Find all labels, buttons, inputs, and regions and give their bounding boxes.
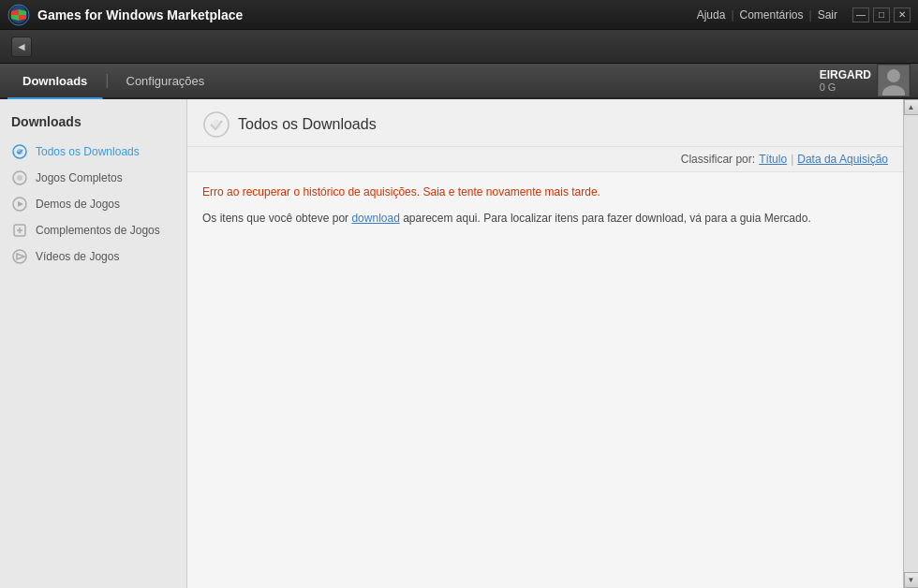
scroll-up-button[interactable]: ▲ <box>904 99 919 115</box>
tab-configuracoes[interactable]: Configurações <box>111 64 221 97</box>
error-message: Erro ao recuperar o histórico de aquisiç… <box>202 185 888 198</box>
user-info: EIRGARD 0 G <box>820 68 871 93</box>
title-bar-left: Games for Windows Marketplace <box>7 4 243 26</box>
title-bar: Games for Windows Marketplace Ajuda | Co… <box>0 0 918 30</box>
svg-point-13 <box>212 120 221 129</box>
back-button[interactable]: ◄ <box>11 37 32 57</box>
info-message: Os itens que você obteve por download ap… <box>202 210 888 227</box>
complementos-icon <box>11 222 28 239</box>
sidebar-item-demos-label: Demos de Jogos <box>36 198 120 211</box>
sair-link[interactable]: Sair <box>814 7 841 23</box>
user-name: EIRGARD <box>820 68 871 81</box>
jogos-completos-icon <box>11 169 28 186</box>
sort-bar: Classificar por: Título | Data da Aquisi… <box>187 147 903 172</box>
comentarios-link[interactable]: Comentários <box>736 7 807 23</box>
sidebar-item-videos[interactable]: Vídeos de Jogos <box>0 243 186 270</box>
content-header-icon <box>202 110 230 139</box>
sort-data-link[interactable]: Data da Aquisição <box>797 153 888 166</box>
scrollbar: ▲ ▼ <box>903 99 918 588</box>
ajuda-link[interactable]: Ajuda <box>693 7 730 23</box>
user-g-score: 0 G <box>820 81 871 93</box>
sidebar-item-todos[interactable]: Todos os Downloads <box>0 139 186 165</box>
content-body: Erro ao recuperar o histórico de aquisiç… <box>187 172 903 588</box>
sidebar-item-complementos-label: Complementos de Jogos <box>36 224 160 237</box>
sort-separator: | <box>791 153 793 166</box>
minimize-button[interactable]: — <box>852 7 869 22</box>
scroll-down-button[interactable]: ▼ <box>904 572 919 588</box>
todos-icon <box>11 143 28 160</box>
sort-titulo-link[interactable]: Título <box>759 153 787 166</box>
svg-marker-9 <box>18 201 23 207</box>
sidebar-title: Downloads <box>0 110 186 139</box>
sidebar-item-jogos-completos[interactable]: Jogos Completos <box>0 165 186 191</box>
sidebar-item-jogos-completos-label: Jogos Completos <box>36 171 123 184</box>
sidebar-item-demos[interactable]: Demos de Jogos <box>0 191 186 217</box>
top-menu: Ajuda | Comentários | Sair <box>693 7 841 23</box>
download-link[interactable]: download <box>351 212 399 225</box>
close-button[interactable]: ✕ <box>894 7 911 22</box>
content-title: Todos os Downloads <box>238 116 377 133</box>
tab-bar: Downloads | Configurações EIRGARD 0 G <box>0 64 918 99</box>
svg-point-2 <box>887 69 900 82</box>
sidebar-item-todos-label: Todos os Downloads <box>36 145 140 158</box>
windows-logo-icon <box>7 4 30 26</box>
tab-bar-user: EIRGARD 0 G <box>820 64 911 97</box>
svg-point-7 <box>17 175 22 181</box>
avatar <box>877 64 911 97</box>
window-controls: — □ ✕ <box>852 7 911 22</box>
videos-icon <box>11 248 28 265</box>
sidebar: Downloads Todos os Downloads Jogos Compl… <box>0 99 187 588</box>
main-area: Downloads Todos os Downloads Jogos Compl… <box>0 99 918 588</box>
scroll-track[interactable] <box>904 115 918 572</box>
title-bar-right: Ajuda | Comentários | Sair — □ ✕ <box>693 7 911 23</box>
tab-separator: | <box>103 64 111 97</box>
sidebar-item-complementos[interactable]: Complementos de Jogos <box>0 217 186 243</box>
tab-downloads[interactable]: Downloads <box>7 64 103 99</box>
restore-button[interactable]: □ <box>873 7 890 22</box>
demos-icon <box>11 196 28 213</box>
sort-label: Classificar por: <box>681 153 755 166</box>
app-title: Games for Windows Marketplace <box>37 7 243 22</box>
avatar-image <box>879 66 909 96</box>
sidebar-item-videos-label: Vídeos de Jogos <box>36 250 119 263</box>
content-header: Todos os Downloads <box>187 99 903 147</box>
nav-bar: ◄ <box>0 30 918 64</box>
content-area: Todos os Downloads Classificar por: Títu… <box>187 99 903 588</box>
